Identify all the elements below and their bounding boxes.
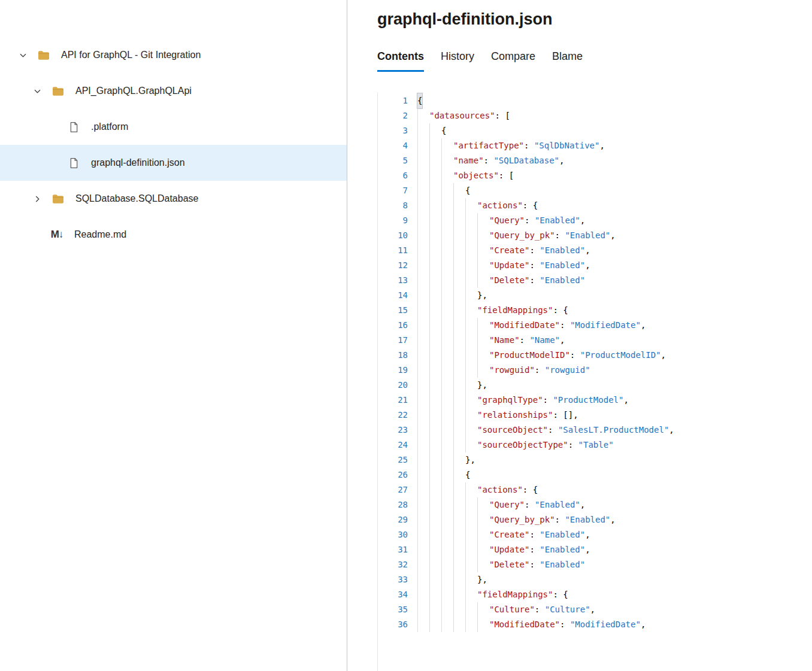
indent-guide — [429, 423, 441, 438]
tree-item-platform[interactable]: .platform — [0, 109, 347, 145]
code-token: : — [525, 497, 535, 512]
line-number: 1 — [378, 93, 408, 108]
code-line-content: }, — [417, 378, 487, 393]
indent-guide — [453, 617, 465, 632]
code-line-content: "Delete": "Enabled" — [417, 273, 585, 288]
indent-guide — [429, 363, 441, 378]
tab-history[interactable]: History — [441, 50, 474, 72]
indent-guide — [417, 572, 429, 587]
code-token: "Table" — [578, 438, 614, 453]
indent-guide — [453, 602, 465, 617]
indent-guide — [465, 363, 477, 378]
indent-guide — [441, 602, 453, 617]
code-line: 18"ProductModelID": "ProductModelID", — [378, 348, 812, 363]
tab-blame[interactable]: Blame — [552, 50, 583, 72]
code-token: "rowguid" — [545, 363, 590, 378]
code-token: : { — [523, 482, 538, 497]
indent-guide — [465, 288, 477, 303]
tree-item-sqldatabase-sqldatabase[interactable]: SQLDatabase.SQLDatabase — [0, 181, 347, 217]
indent-guide — [441, 318, 453, 333]
code-token: "Delete" — [489, 557, 529, 572]
indent-guide — [465, 243, 477, 258]
line-number: 12 — [378, 258, 408, 273]
line-number: 10 — [378, 228, 408, 243]
indent-guide — [417, 333, 429, 348]
code-line-content: "Update": "Enabled", — [417, 542, 590, 557]
indent-guide — [417, 453, 429, 467]
code-token: "SalesLT.ProductModel" — [558, 423, 669, 438]
code-line-content: { — [417, 183, 470, 198]
indent-guide — [465, 542, 477, 557]
indent-guide — [453, 243, 465, 258]
code-token: : — [570, 348, 580, 363]
indent-guide — [441, 482, 453, 497]
code-line: 6"objects": [ — [378, 168, 812, 183]
code-line-content: "Create": "Enabled", — [417, 527, 590, 542]
line-number: 9 — [378, 213, 408, 228]
indent-guide — [465, 482, 477, 497]
indent-guide — [429, 512, 441, 527]
indent-guide — [453, 393, 465, 408]
code-line-content: "Culture": "Culture", — [417, 602, 595, 617]
code-line: 5"name": "SQLDatabase", — [378, 153, 812, 168]
indent-guide — [465, 378, 477, 393]
chevron-down-icon[interactable] — [17, 49, 29, 61]
code-line: 9"Query": "Enabled", — [378, 213, 812, 228]
indent-guide — [441, 288, 453, 303]
chevron-right-icon[interactable] — [31, 193, 43, 205]
line-number: 5 — [378, 153, 408, 168]
indent-guide — [453, 288, 465, 303]
indent-guide — [477, 213, 489, 228]
code-line-content: "Delete": "Enabled" — [417, 557, 585, 572]
code-token: : — [529, 258, 540, 273]
code-token: : — [529, 542, 540, 557]
line-number: 33 — [378, 572, 408, 587]
code-line: 16"ModifiedDate": "ModifiedDate", — [378, 318, 812, 333]
indent-guide — [417, 542, 429, 557]
indent-guide — [417, 153, 429, 168]
code-line: 27"actions": { — [378, 482, 812, 497]
indent-guide — [417, 617, 429, 632]
code-token: , — [585, 258, 590, 273]
tab-compare[interactable]: Compare — [491, 50, 535, 72]
indent-guide — [465, 617, 477, 632]
indent-guide — [477, 258, 489, 273]
indent-guide — [441, 378, 453, 393]
code-line: 3{ — [378, 123, 812, 138]
code-token: , — [580, 213, 585, 228]
code-line-content: "objects": [ — [417, 168, 514, 183]
chevron-down-icon[interactable] — [31, 85, 43, 97]
tree-item-api-for-graphql-git-integration[interactable]: API for GraphQL - Git Integration — [0, 37, 347, 73]
code-token: : — [560, 318, 570, 333]
line-number: 2 — [378, 108, 408, 123]
indent-guide — [465, 318, 477, 333]
code-line: 19"rowguid": "rowguid" — [378, 363, 812, 378]
code-editor[interactable]: 1{2"datasources": [3{4"artifactType": "S… — [377, 92, 812, 671]
code-token: , — [610, 228, 615, 243]
indent-guide — [477, 557, 489, 572]
code-token: }, — [465, 453, 475, 467]
code-token: : — [543, 393, 553, 408]
code-token: : — [548, 423, 558, 438]
indent-guide — [417, 213, 429, 228]
line-number: 24 — [378, 438, 408, 453]
code-line: 31"Update": "Enabled", — [378, 542, 812, 557]
code-line-content: { — [417, 123, 446, 138]
tree-item-readme-md[interactable]: M↓Readme.md — [0, 217, 347, 253]
code-token: , — [585, 542, 590, 557]
repo-file-browser: API for GraphQL - Git IntegrationAPI_Gra… — [0, 0, 812, 671]
indent-guide — [477, 497, 489, 512]
code-token: "Enabled" — [540, 527, 585, 542]
indent-guide — [477, 542, 489, 557]
tree-item-graphql-definition-json[interactable]: graphql-definition.json — [0, 145, 347, 181]
indent-guide — [429, 198, 441, 213]
indent-guide — [453, 258, 465, 273]
indent-guide — [465, 602, 477, 617]
file-view-panel: graphql-definition.json ContentsHistoryC… — [347, 0, 812, 671]
code-line: 20}, — [378, 378, 812, 393]
tree-item-api-graphql-graphqlapi[interactable]: API_GraphQL.GraphQLApi — [0, 73, 347, 109]
tab-contents[interactable]: Contents — [377, 50, 424, 72]
indent-guide — [453, 497, 465, 512]
file-tree: API for GraphQL - Git IntegrationAPI_Gra… — [0, 37, 347, 253]
code-line-content: "name": "SQLDatabase", — [417, 153, 564, 168]
